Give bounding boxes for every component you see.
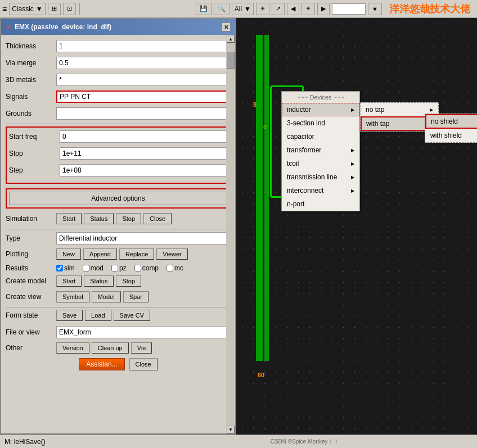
plotting-new-btn[interactable]: New <box>56 248 81 260</box>
separator-1 <box>79 3 80 15</box>
toolbar-btn-2[interactable]: ⊡ <box>63 3 76 15</box>
toolbar-btn-1[interactable]: ⊞ <box>48 3 61 15</box>
dialog-close-btn[interactable]: ✕ <box>222 22 231 31</box>
submenu2-with-shield[interactable]: with shield <box>425 129 477 142</box>
sim-checkbox[interactable] <box>56 265 63 271</box>
scroll-thumb[interactable] <box>227 52 235 69</box>
main-context-menu: ~~~ Devices ~~~ inductor ▶ 3-section ind… <box>281 91 360 211</box>
no-shield-label: no shield <box>431 117 458 125</box>
start-freq-label: Start freq <box>9 133 60 141</box>
via-merge-input[interactable]: 0.5 <box>56 57 231 69</box>
create-model-label: Create model <box>6 277 56 285</box>
pcb-label-60: 60 <box>258 372 264 378</box>
classic-label: Classic <box>12 5 34 13</box>
forward-btn[interactable]: ▶ <box>317 3 330 15</box>
inductor-arrow: ▶ <box>351 107 354 112</box>
stop-input[interactable]: 1e+11 <box>60 147 227 160</box>
file-row: File or view EMX_form <box>6 325 231 339</box>
create-view-symbol-btn[interactable]: Symbol <box>56 291 89 302</box>
scroll-up-btn[interactable]: ▲ <box>227 35 235 43</box>
menu-item-3section[interactable]: 3-section ind <box>282 116 359 130</box>
create-view-buttons: Symbol Model Spar <box>56 291 148 302</box>
form-save-cv-btn[interactable]: Save CV <box>114 310 150 321</box>
create-model-buttons: Start Status Stop <box>56 275 141 287</box>
metals-3d-input[interactable]: * <box>56 74 231 86</box>
signals-label: Signals <box>6 93 56 101</box>
results-mod-check[interactable]: mod <box>83 264 104 272</box>
type-row: Type Differential inductor <box>6 232 231 245</box>
signals-input[interactable]: PP PN CT <box>56 90 231 103</box>
form-state-buttons: Save Load Save CV <box>56 310 150 321</box>
scrollbar[interactable]: ▲ ▼ <box>226 35 235 433</box>
menu-item-interconnect[interactable]: interconnect ▶ <box>282 184 359 197</box>
create-view-model-btn[interactable]: Model <box>92 291 121 302</box>
clean-up-btn[interactable]: Clean up <box>92 342 129 354</box>
sim-stop-btn[interactable]: Stop <box>116 213 141 224</box>
menu-item-capacitor[interactable]: capacitor <box>282 130 359 143</box>
form-load-btn[interactable]: Load <box>85 310 111 321</box>
menu-item-transformer[interactable]: transformer ▶ <box>282 143 359 157</box>
save-icon-btn[interactable]: 💾 <box>196 3 212 15</box>
tcoil-label: tcoil <box>287 160 299 168</box>
sim-close-btn[interactable]: Close <box>143 213 172 224</box>
sim-status-btn[interactable]: Status <box>84 213 114 224</box>
other-label: Other <box>6 344 56 352</box>
classic-dropdown[interactable]: Classic ▼ <box>9 3 46 15</box>
close-bottom-btn[interactable]: Close <box>129 358 158 370</box>
results-pz-check[interactable]: pz <box>111 264 127 272</box>
nav-counter[interactable]: 0 of 0 <box>332 3 366 15</box>
file-input[interactable]: EMX_form <box>56 326 231 338</box>
filter-dropdown[interactable]: All ▼ <box>232 3 254 15</box>
expand-btn[interactable]: ▼ <box>368 3 382 15</box>
status-bar: M: leHiSave() CSDN ©Spice-Monkey！！ <box>0 435 477 448</box>
menu-item-inductor[interactable]: inductor ▶ <box>282 103 359 116</box>
menu-item-tcoil[interactable]: tcoil ▶ <box>282 157 359 170</box>
sun-icon-btn[interactable]: ☀ <box>256 3 269 15</box>
form-save-btn[interactable]: Save <box>56 310 83 321</box>
filter-label: All <box>235 5 242 13</box>
comp-checkbox[interactable] <box>134 265 141 271</box>
cursor-icon-btn[interactable]: ↗ <box>272 3 285 15</box>
type-input[interactable]: Differential inductor <box>56 232 231 245</box>
version-btn[interactable]: Version <box>56 342 89 354</box>
pcb-canvas <box>236 18 477 435</box>
create-model-stop-btn[interactable]: Stop <box>116 275 141 287</box>
start-freq-input[interactable]: 0 <box>60 130 227 143</box>
emx-dialog: ✕ EMX (passive_device: ind_dif) ✕ Thickn… <box>0 18 236 435</box>
menu-item-transmission[interactable]: transmission line ▶ <box>282 170 359 184</box>
create-model-start-btn[interactable]: Start <box>56 275 82 287</box>
create-view-spar-btn[interactable]: Spar <box>123 291 148 302</box>
grounds-input[interactable] <box>56 107 231 120</box>
stop-row: Stop 1e+11 <box>9 147 227 160</box>
sim-start-btn[interactable]: Start <box>56 213 82 224</box>
pz-checkbox[interactable] <box>111 265 118 271</box>
results-sim-check[interactable]: sim <box>56 264 75 272</box>
grounds-label: Grounds <box>6 110 56 117</box>
plotting-row: Plotting New Append Replace Viewer <box>6 248 231 260</box>
assistant-btn[interactable]: Assistan... <box>79 358 124 370</box>
results-mc-check[interactable]: mc <box>166 264 183 272</box>
highlight-btn[interactable]: ☀ <box>302 3 315 15</box>
scroll-down-btn[interactable]: ▼ <box>227 426 235 433</box>
menu-header: ~~~ Devices ~~~ <box>282 92 359 103</box>
vie-btn[interactable]: Vie <box>131 342 152 354</box>
main-content: ✕ EMX (passive_device: ind_dif) ✕ Thickn… <box>0 18 477 435</box>
advanced-options-btn[interactable]: Advanced options <box>9 192 227 205</box>
mc-label: mc <box>174 264 183 272</box>
step-input[interactable]: 1e+08 <box>60 164 227 177</box>
menu-item-nport[interactable]: n-port <box>282 197 359 211</box>
submenu2-no-shield[interactable]: no shield <box>425 114 477 129</box>
mc-checkbox[interactable] <box>166 265 173 271</box>
thickness-input[interactable]: 1 <box>56 40 231 52</box>
results-comp-check[interactable]: comp <box>134 264 159 272</box>
separator-2 <box>6 229 231 229</box>
create-model-status-btn[interactable]: Status <box>84 275 114 287</box>
search-icon-btn[interactable]: 🔍 <box>214 3 230 15</box>
plotting-replace-btn[interactable]: Replace <box>119 248 154 260</box>
mod-checkbox[interactable] <box>83 265 89 271</box>
back-btn[interactable]: ◀ <box>287 3 299 15</box>
step-label: Step <box>9 166 60 174</box>
plotting-viewer-btn[interactable]: Viewer <box>156 248 187 260</box>
plotting-append-btn[interactable]: Append <box>83 248 117 260</box>
create-model-row: Create model Start Status Stop <box>6 275 231 287</box>
